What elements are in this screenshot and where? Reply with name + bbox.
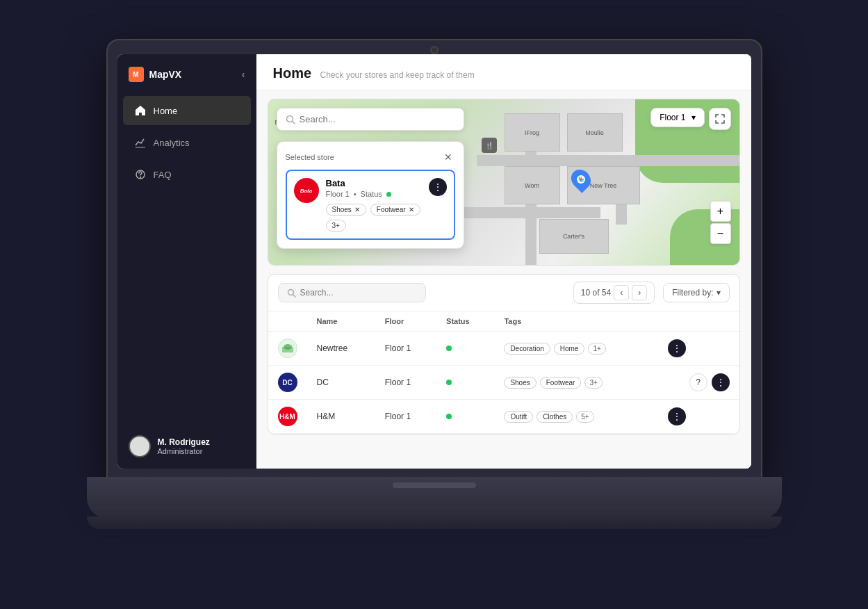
table-search-box bbox=[278, 283, 427, 302]
pagination-next-button[interactable]: › bbox=[632, 285, 647, 300]
page-title: Home bbox=[273, 65, 312, 81]
laptop-foot bbox=[87, 517, 782, 529]
zoom-in-button[interactable]: + bbox=[710, 201, 731, 222]
help-button[interactable]: ? bbox=[689, 373, 707, 391]
dc-tags: Shoes Footwear 3+ bbox=[504, 377, 648, 389]
building-carters-label: Carter's bbox=[563, 233, 584, 240]
tag-decoration: Decoration bbox=[504, 343, 550, 355]
fullscreen-button[interactable] bbox=[709, 108, 731, 130]
table-row: H&M H&M Floor 1 Outift Clothes bbox=[268, 400, 739, 434]
tag-shoes-dc: Shoes bbox=[504, 377, 536, 389]
col-floor: Floor bbox=[375, 311, 436, 332]
popup-store-floor: Floor 1 bbox=[326, 190, 350, 198]
avatar bbox=[129, 435, 151, 457]
store-popup: Selected store ✕ Bata Bata Floor 1 • bbox=[277, 141, 464, 249]
newtree-name: Newtree bbox=[307, 332, 375, 366]
map-pin: 🏪 bbox=[572, 169, 590, 190]
building-ifrog-label: IFrog bbox=[525, 129, 539, 136]
building-wom: Wom bbox=[505, 166, 560, 204]
sidebar-collapse-button[interactable]: ‹ bbox=[242, 69, 245, 80]
status-indicator bbox=[386, 192, 391, 197]
building-newtree-label: New Tree bbox=[590, 182, 617, 189]
map-search-input[interactable] bbox=[300, 114, 455, 124]
svg-line-4 bbox=[292, 121, 295, 124]
hm-more-button[interactable]: ⋮ bbox=[668, 407, 686, 425]
sidebar-item-home-label: Home bbox=[154, 106, 178, 116]
tag-more-newtree: 1+ bbox=[588, 343, 605, 355]
table-toolbar: 10 of 54 ‹ › Filtered by: ▾ bbox=[268, 275, 739, 311]
zoom-out-button[interactable]: − bbox=[710, 223, 731, 244]
expand-icon bbox=[715, 114, 725, 124]
popup-store-floor-status: Floor 1 • Status bbox=[326, 190, 422, 198]
tag-home: Home bbox=[554, 343, 585, 355]
tag-more-hm: 5+ bbox=[576, 411, 593, 423]
popup-header: Selected store ✕ bbox=[286, 150, 455, 164]
tag-footwear-remove[interactable]: ✕ bbox=[409, 206, 414, 213]
tag-clothes-hm: Clothes bbox=[537, 411, 573, 423]
popup-tags: Shoes ✕ Footwear ✕ 3+ bbox=[326, 204, 422, 232]
pagination-prev-button[interactable]: ‹ bbox=[614, 285, 629, 300]
store-info: Bata Floor 1 • Status bbox=[326, 178, 422, 232]
tag-footwear-label: Footwear bbox=[377, 206, 406, 213]
table-search-input[interactable] bbox=[300, 288, 418, 298]
popup-store-name: Bata bbox=[326, 178, 422, 188]
stores-table: Name Floor Status Tags bbox=[268, 311, 739, 434]
sidebar-item-home[interactable]: Home bbox=[123, 96, 251, 125]
dc-more-button[interactable]: ⋮ bbox=[712, 373, 730, 391]
content-area: IFrog Moulie Wom New Tree bbox=[256, 90, 751, 469]
col-logo bbox=[268, 311, 307, 332]
sidebar-logo: M MapVX ‹ bbox=[117, 54, 256, 95]
chevron-down-icon: ▾ bbox=[716, 288, 721, 298]
popup-tag-more: 3+ bbox=[326, 220, 346, 232]
dc-floor: Floor 1 bbox=[375, 366, 436, 400]
svg-point-8 bbox=[284, 344, 292, 350]
building-ifrog: IFrog bbox=[505, 113, 560, 152]
sidebar: M MapVX ‹ Home bbox=[117, 54, 256, 469]
tag-shoes-label: Shoes bbox=[332, 206, 352, 213]
zoom-controls: + − bbox=[710, 201, 731, 244]
pagination-display: 10 of 54 bbox=[581, 288, 611, 298]
dc-status bbox=[446, 380, 452, 385]
pagination: 10 of 54 ‹ › bbox=[573, 282, 655, 304]
svg-line-6 bbox=[293, 294, 295, 297]
tag-outift-hm: Outift bbox=[504, 411, 533, 423]
app-logo-icon: M bbox=[129, 67, 144, 82]
hm-status bbox=[446, 414, 452, 419]
page-subtitle: Check your stores and keep track of them bbox=[320, 70, 475, 80]
svg-point-2 bbox=[140, 177, 140, 178]
hm-floor: Floor 1 bbox=[375, 400, 436, 434]
table-search-icon bbox=[287, 289, 296, 298]
page-header: Home Check your stores and keep track of… bbox=[256, 54, 751, 90]
col-actions bbox=[658, 311, 739, 332]
hm-name: H&M bbox=[307, 400, 375, 434]
building-moulie: Moulie bbox=[567, 113, 623, 152]
search-icon bbox=[286, 115, 295, 124]
popup-more-button[interactable]: ⋮ bbox=[429, 178, 447, 196]
status-label: Status bbox=[361, 190, 382, 198]
camera-notch bbox=[430, 46, 439, 54]
hm-tags: Outift Clothes 5+ bbox=[504, 411, 648, 423]
map-search-box bbox=[277, 108, 464, 131]
tag-shoes-remove[interactable]: ✕ bbox=[354, 206, 360, 213]
sidebar-item-analytics[interactable]: Analytics bbox=[123, 128, 251, 157]
newtree-tags: Decoration Home 1+ bbox=[504, 343, 648, 355]
store-logo-hm: H&M bbox=[278, 407, 297, 426]
restaurant-icon: 🍴 bbox=[482, 138, 497, 153]
newtree-floor: Floor 1 bbox=[375, 332, 436, 366]
sidebar-item-faq-label: FAQ bbox=[154, 170, 172, 180]
analytics-icon bbox=[134, 136, 147, 149]
popup-close-button[interactable]: ✕ bbox=[441, 150, 455, 164]
sidebar-item-faq[interactable]: FAQ bbox=[123, 160, 251, 189]
laptop-base bbox=[87, 477, 782, 519]
building-moulie-label: Moulie bbox=[585, 129, 604, 136]
filter-button[interactable]: Filtered by: ▾ bbox=[663, 283, 729, 302]
chevron-down-icon: ▾ bbox=[691, 113, 696, 122]
sidebar-item-analytics-label: Analytics bbox=[154, 138, 190, 148]
user-role: Administrator bbox=[158, 447, 210, 455]
separator-dot: • bbox=[354, 190, 357, 198]
popup-tag-footwear: Footwear ✕ bbox=[370, 204, 420, 216]
newtree-more-button[interactable]: ⋮ bbox=[668, 339, 686, 357]
floor-selector[interactable]: Floor 1 ▾ bbox=[650, 108, 704, 127]
popup-store-card: Bata Bata Floor 1 • Status bbox=[286, 170, 455, 240]
tag-more-dc: 3+ bbox=[584, 377, 602, 389]
